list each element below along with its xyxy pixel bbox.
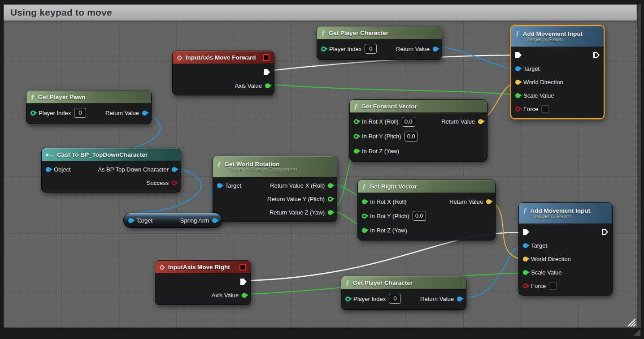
node-header[interactable]: ƒ Get Forward Vector xyxy=(350,100,487,113)
node-header[interactable]: ƒ Get Player Character xyxy=(317,26,442,39)
return-value-pin[interactable] xyxy=(478,119,483,124)
pin-label: Force xyxy=(531,283,546,289)
return-value-pin[interactable] xyxy=(486,199,491,204)
force-checkbox[interactable] xyxy=(549,282,557,290)
player-index-pin[interactable] xyxy=(30,111,35,116)
node-get-forward-vector[interactable]: ƒ Get Forward Vector In Rot X (Roll) 0.0… xyxy=(349,99,487,162)
node-subtitle: Target is Scene Component xyxy=(218,167,332,173)
return-y-pin[interactable] xyxy=(328,197,333,202)
pin-label: Return Value xyxy=(396,46,430,52)
node-title: InputAxis Move Forward xyxy=(186,54,256,61)
node-add-movement-input-bottom[interactable]: ƒ Add Movement Input Target is Pawn Targ… xyxy=(518,202,613,296)
player-index-value[interactable]: 0 xyxy=(365,44,377,54)
pin-label: In Rot Z (Yaw) xyxy=(370,227,407,234)
in-rot-x-pin[interactable] xyxy=(354,119,359,124)
node-get-player-character-bottom[interactable]: ƒ Get Player Character Player Index 0 Re… xyxy=(341,276,466,310)
spring-arm-pin[interactable] xyxy=(212,218,217,223)
player-index-value[interactable]: 0 xyxy=(389,294,401,304)
node-get-world-rotation[interactable]: ƒ Get World Rotation Target is Scene Com… xyxy=(213,156,337,222)
player-index-pin[interactable] xyxy=(345,296,350,301)
target-pin[interactable] xyxy=(523,243,528,248)
target-pin[interactable] xyxy=(128,218,133,223)
pin-label: Return Value xyxy=(105,110,139,116)
pin-label: Force xyxy=(523,106,538,112)
node-header[interactable]: ▸→ Cast To BP_TopDownCharacter xyxy=(42,148,181,161)
exec-out-pin[interactable] xyxy=(240,279,247,285)
player-index-pin[interactable] xyxy=(321,47,326,51)
event-binding-indicator[interactable] xyxy=(263,54,270,61)
exec-in-pin[interactable] xyxy=(523,229,529,235)
return-value-pin[interactable] xyxy=(142,111,147,116)
pin-label: As BP Top Down Character xyxy=(98,166,169,173)
event-binding-indicator[interactable] xyxy=(239,264,246,270)
in-rot-y-pin[interactable] xyxy=(362,214,367,219)
node-subtitle: Target is Pawn xyxy=(523,213,608,219)
in-rot-z-pin[interactable] xyxy=(354,149,359,154)
return-x-pin[interactable] xyxy=(328,183,333,188)
return-value-pin[interactable] xyxy=(457,296,462,301)
pin-label: Target xyxy=(523,65,540,72)
node-header[interactable]: ƒ Add Movement Input Target is Pawn xyxy=(511,26,604,47)
force-pin[interactable] xyxy=(515,107,520,112)
return-value-pin[interactable] xyxy=(433,47,438,51)
in-rot-x-value[interactable]: 0.0 xyxy=(402,117,415,127)
pin-label: Return Value xyxy=(441,118,475,125)
node-get-player-character-top[interactable]: ƒ Get Player Character Player Index 0 Re… xyxy=(317,26,442,60)
node-header[interactable]: ƒ Add Movement Input Target is Pawn xyxy=(519,203,612,224)
node-header[interactable]: ƒ Get Right Vector xyxy=(358,180,495,193)
node-add-movement-input-top[interactable]: ƒ Add Movement Input Target is Pawn Targ… xyxy=(510,25,605,119)
in-rot-x-pin[interactable] xyxy=(362,199,367,204)
node-header[interactable]: ƒ Get Player Pawn xyxy=(26,90,151,103)
axis-value-pin[interactable] xyxy=(265,83,270,88)
function-icon: ƒ xyxy=(346,279,349,287)
pin-label: Axis Value xyxy=(212,292,239,299)
return-z-pin[interactable] xyxy=(328,210,333,215)
window-resize-grip[interactable] xyxy=(634,330,642,337)
in-rot-y-pin[interactable] xyxy=(354,134,359,139)
world-direction-pin[interactable] xyxy=(523,257,528,262)
in-rot-y-value[interactable]: 0.0 xyxy=(405,132,418,142)
node-get-right-vector[interactable]: ƒ Get Right Vector In Rot X (Roll) Retur… xyxy=(357,180,496,240)
object-pin[interactable] xyxy=(46,167,51,172)
exec-out-pin[interactable] xyxy=(264,69,270,75)
force-checkbox[interactable] xyxy=(541,105,549,113)
force-pin[interactable] xyxy=(523,283,528,288)
pin-label: Return Value xyxy=(449,198,483,205)
success-pin[interactable] xyxy=(172,180,177,185)
world-direction-pin[interactable] xyxy=(515,80,520,85)
pin-label: Target xyxy=(531,242,547,249)
pin-label: Player Index xyxy=(39,110,71,116)
node-inputaxis-move-forward[interactable]: ◇ InputAxis Move Forward Axis Value xyxy=(172,51,274,95)
as-character-pin[interactable] xyxy=(172,167,177,172)
pin-label: Player Index xyxy=(353,296,386,302)
node-cast-to-bp-topdowncharacter[interactable]: ▸→ Cast To BP_TopDownCharacter Object As… xyxy=(41,148,181,193)
scale-value-pin[interactable] xyxy=(515,93,520,98)
node-get-player-pawn[interactable]: ƒ Get Player Pawn Player Index 0 Return … xyxy=(26,90,152,124)
node-header[interactable]: ◇ InputAxis Move Forward xyxy=(173,51,274,64)
player-index-value[interactable]: 0 xyxy=(74,108,86,118)
comment-header[interactable]: Using keypad to move xyxy=(4,4,637,21)
axis-value-pin[interactable] xyxy=(242,293,247,298)
pin-label: Return Value X (Roll) xyxy=(270,182,325,189)
exec-out-pin[interactable] xyxy=(602,229,608,235)
function-icon: ƒ xyxy=(362,183,366,190)
comment-resize-grip[interactable] xyxy=(626,318,637,327)
node-spring-arm-getter[interactable]: Target Spring Arm xyxy=(123,213,222,228)
node-inputaxis-move-right[interactable]: ◇ InputAxis Move Right Axis Value xyxy=(155,260,251,305)
node-header[interactable]: ƒ Get World Rotation Target is Scene Com… xyxy=(213,156,337,177)
pin-label: Target xyxy=(136,217,152,224)
target-pin[interactable] xyxy=(515,66,520,71)
in-rot-y-value[interactable]: 0.0 xyxy=(413,211,426,221)
scale-value-pin[interactable] xyxy=(523,270,528,275)
pin-label: Spring Arm xyxy=(180,217,209,224)
target-pin[interactable] xyxy=(217,183,222,188)
node-title: Get Forward Vector xyxy=(361,103,418,110)
node-header[interactable]: ◇ InputAxis Move Right xyxy=(155,261,251,274)
node-title: InputAxis Move Right xyxy=(168,264,230,270)
exec-in-pin[interactable] xyxy=(515,52,522,58)
exec-out-pin[interactable] xyxy=(593,52,600,58)
in-rot-z-pin[interactable] xyxy=(362,228,367,233)
pin-label: World Direction xyxy=(531,256,571,262)
node-subtitle: Target is Pawn xyxy=(516,36,599,43)
node-header[interactable]: ƒ Get Player Character xyxy=(341,276,466,289)
